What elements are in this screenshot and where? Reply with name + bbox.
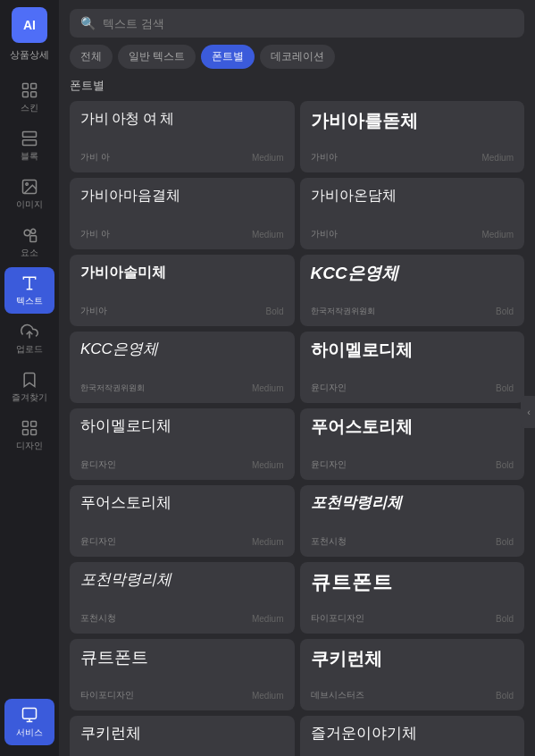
font-weight-10: Medium (252, 537, 284, 547)
font-card-15[interactable]: 쿠키런체 데브시스터즈 Bold (300, 639, 525, 710)
svg-point-7 (26, 182, 28, 185)
svg-rect-5 (23, 139, 37, 145)
svg-rect-2 (23, 91, 29, 97)
font-author-5: 한국저작권위원회 (311, 306, 375, 317)
font-card-3[interactable]: 가비아온담체 가비아 Medium (300, 178, 525, 249)
element-icon (21, 226, 38, 244)
font-meta-12: 포천시청 Medium (80, 612, 284, 625)
font-author-1: 가비아 (311, 151, 338, 164)
font-meta-3: 가비아 Medium (311, 228, 514, 240)
sidebar-item-skin[interactable]: 스킨 (4, 74, 54, 121)
font-meta-6: 한국저작권위원회 Medium (80, 382, 284, 394)
font-card-11[interactable]: 포천막령리체 포천시청 Bold (300, 485, 525, 557)
filter-tabs: 전체 일반 텍스트 폰트별 데코레이션 (59, 45, 535, 69)
tab-deco[interactable]: 데코레이션 (260, 45, 335, 69)
font-weight-15: Bold (496, 691, 514, 701)
font-grid: 가비 아청 여 체 가비 아 Medium 가비아를돋체 가비아 Medium … (59, 101, 535, 756)
font-card-8[interactable]: 하이멜로디체 윤디자인 Medium (70, 408, 295, 480)
sidebar-item-block[interactable]: 블록 (4, 122, 54, 169)
font-meta-9: 윤디자인 Bold (311, 458, 514, 471)
sidebar-label-favorite: 즐겨찾기 (12, 391, 47, 404)
font-meta-14: 타이포디자인 Medium (80, 689, 284, 701)
font-preview-5: KCC은영체 (311, 264, 514, 284)
font-card-9[interactable]: 푸어스토리체 윤디자인 Bold (300, 408, 525, 480)
font-meta-5: 한국저작권위원회 Bold (311, 306, 514, 317)
sidebar-label-block: 블록 (21, 150, 38, 163)
svg-rect-14 (23, 421, 29, 426)
sidebar-item-design[interactable]: 디자인 (4, 412, 54, 458)
font-preview-15: 쿠키런체 (311, 648, 514, 669)
font-card-1[interactable]: 가비아를돋체 가비아 Medium (300, 101, 525, 172)
font-author-10: 윤디자인 (80, 535, 116, 548)
upload-icon (21, 323, 38, 340)
sidebar-item-text[interactable]: 텍스트 (4, 267, 54, 314)
font-preview-11: 포천막령리체 (311, 494, 514, 512)
sidebar-item-upload[interactable]: 업로드 (4, 315, 54, 362)
svg-point-10 (31, 229, 36, 233)
font-card-17[interactable]: 즐거운이야기체 주식 회사 (300, 716, 525, 756)
design-icon (21, 419, 38, 437)
bookmark-icon (21, 371, 38, 389)
font-meta-8: 윤디자인 Medium (80, 458, 284, 471)
font-card-16[interactable]: 쿠키런체 데브시스터즈 (70, 716, 295, 756)
search-bar[interactable]: 🔍 (70, 9, 524, 38)
font-author-3: 가비아 (311, 228, 338, 240)
font-preview-13: 큐트폰트 (311, 571, 514, 594)
font-meta-13: 타이포디자인 Bold (311, 612, 514, 625)
font-card-13[interactable]: 큐트폰트 타이포디자인 Bold (300, 562, 525, 634)
sidebar-item-service[interactable]: 서비스 (4, 699, 54, 745)
font-preview-8: 하이멜로디체 (80, 417, 284, 435)
font-card-14[interactable]: 큐트폰트 타이포디자인 Medium (70, 639, 295, 710)
font-weight-0: Medium (252, 153, 284, 163)
tab-text[interactable]: 일반 텍스트 (118, 45, 196, 69)
sidebar-label-element: 요소 (21, 247, 38, 259)
svg-rect-0 (23, 83, 29, 88)
font-meta-11: 포천시청 Bold (311, 535, 514, 548)
svg-rect-18 (23, 708, 37, 718)
font-card-5[interactable]: KCC은영체 한국저작권위원회 Bold (300, 255, 525, 326)
font-card-12[interactable]: 포천막령리체 포천시청 Medium (70, 562, 295, 634)
font-preview-0: 가비 아청 여 체 (80, 110, 284, 127)
svg-rect-16 (23, 429, 29, 434)
svg-point-8 (24, 230, 30, 236)
sidebar-bottom: 서비스 (4, 699, 54, 756)
sidebar-label-upload: 업로드 (16, 343, 43, 356)
font-author-15: 데브시스터즈 (311, 689, 364, 701)
image-icon (21, 178, 38, 196)
font-card-6[interactable]: KCC은영체 한국저작권위원회 Medium (70, 332, 295, 403)
font-preview-17: 즐거운이야기체 (311, 725, 514, 743)
search-icon: 🔍 (80, 16, 96, 30)
font-card-2[interactable]: 가비아마음결체 가비 아 Medium (70, 178, 295, 249)
svg-rect-4 (23, 131, 37, 137)
scroll-left-btn[interactable]: ‹ (521, 396, 535, 428)
font-preview-1: 가비아를돋체 (311, 110, 514, 131)
brand-label: 상품상세 (10, 48, 49, 62)
sidebar-item-image[interactable]: 이미지 (4, 171, 54, 217)
font-card-7[interactable]: 하이멜로디체 윤디자인 Bold (300, 332, 525, 403)
search-input[interactable] (103, 17, 514, 30)
sidebar-item-element[interactable]: 요소 (4, 219, 54, 265)
font-card-4[interactable]: 가비아솔미체 가비아 Bold (70, 255, 295, 326)
font-weight-3: Medium (481, 230, 514, 239)
font-preview-3: 가비아온담체 (311, 187, 514, 204)
section-title: 폰트별 (59, 78, 535, 94)
font-preview-4: 가비아솔미체 (80, 264, 284, 281)
block-icon (21, 130, 38, 147)
font-card-10[interactable]: 푸어스토리체 윤디자인 Medium (70, 485, 295, 557)
text-icon (21, 274, 38, 292)
font-meta-7: 윤디자인 Bold (311, 382, 514, 394)
logo: AI (12, 7, 47, 43)
font-weight-7: Bold (496, 383, 514, 393)
tab-font[interactable]: 폰트별 (201, 45, 255, 69)
font-author-13: 타이포디자인 (311, 612, 364, 625)
tab-all[interactable]: 전체 (70, 45, 113, 69)
font-weight-13: Bold (496, 614, 514, 624)
font-preview-2: 가비아마음결체 (80, 187, 284, 204)
sidebar-label-image: 이미지 (16, 198, 43, 211)
sidebar-item-favorite[interactable]: 즐겨찾기 (4, 364, 54, 410)
grid-icon (21, 81, 38, 99)
font-card-0[interactable]: 가비 아청 여 체 가비 아 Medium (70, 101, 295, 172)
font-weight-14: Medium (252, 691, 284, 701)
font-weight-8: Medium (252, 460, 284, 470)
font-author-0: 가비 아 (80, 151, 110, 164)
